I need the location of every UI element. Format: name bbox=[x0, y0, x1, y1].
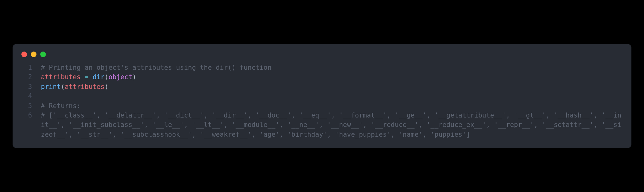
code-line: 3print(attributes) bbox=[21, 82, 623, 91]
token: attributes bbox=[65, 83, 104, 91]
token: ( bbox=[104, 73, 108, 81]
line-content: # ['__class__', '__delattr__', '__dict__… bbox=[41, 111, 623, 139]
minimize-icon[interactable] bbox=[31, 52, 36, 57]
token: object bbox=[108, 73, 132, 81]
token: # Printing an object's attributes using … bbox=[41, 64, 271, 71]
line-content: print(attributes) bbox=[41, 82, 623, 91]
token bbox=[89, 73, 93, 81]
line-number: 1 bbox=[21, 63, 41, 72]
token: ( bbox=[61, 83, 65, 91]
token: dir bbox=[92, 73, 104, 81]
token: # ['__class__', '__delattr__', '__dict__… bbox=[41, 112, 621, 138]
code-line: 5# Returns: bbox=[21, 101, 623, 111]
code-line: 1# Printing an object's attributes using… bbox=[21, 63, 623, 72]
code-area: 1# Printing an object's attributes using… bbox=[13, 63, 631, 140]
line-number: 5 bbox=[21, 101, 41, 111]
code-window: 1# Printing an object's attributes using… bbox=[13, 44, 631, 148]
window-titlebar bbox=[13, 52, 631, 63]
code-line: 4 bbox=[21, 91, 623, 101]
token: ) bbox=[104, 83, 108, 91]
code-line: 2attributes = dir(object) bbox=[21, 72, 623, 82]
token: ) bbox=[132, 73, 136, 81]
line-number: 2 bbox=[21, 72, 41, 82]
close-icon[interactable] bbox=[21, 52, 27, 57]
line-content: # Printing an object's attributes using … bbox=[41, 63, 623, 72]
token: = bbox=[85, 73, 89, 81]
line-number: 3 bbox=[21, 82, 41, 91]
line-number: 4 bbox=[21, 91, 41, 101]
token: attributes bbox=[41, 73, 80, 81]
line-content: # Returns: bbox=[41, 101, 623, 111]
token: # Returns: bbox=[41, 102, 80, 110]
zoom-icon[interactable] bbox=[40, 52, 46, 57]
line-number: 6 bbox=[21, 111, 41, 120]
line-content bbox=[41, 91, 623, 101]
line-content: attributes = dir(object) bbox=[41, 72, 623, 82]
code-line: 6# ['__class__', '__delattr__', '__dict_… bbox=[21, 111, 623, 139]
token bbox=[80, 73, 85, 81]
token: print bbox=[41, 83, 61, 91]
